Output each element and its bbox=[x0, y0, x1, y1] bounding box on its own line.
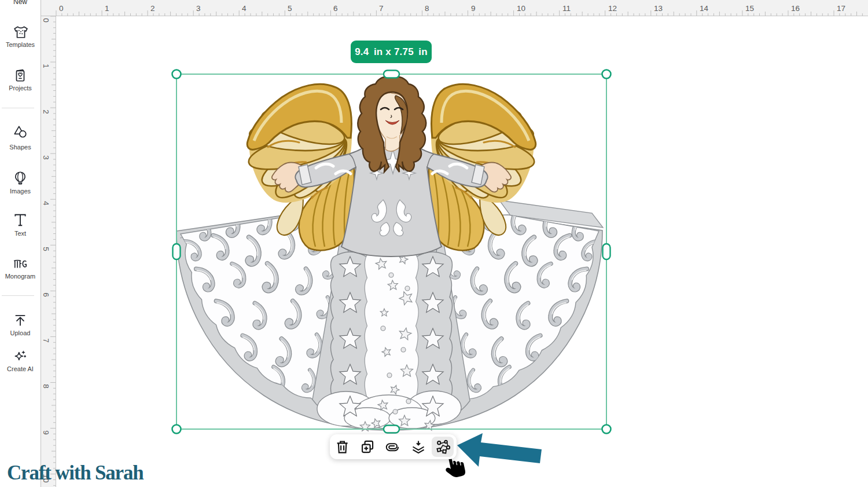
svg-text:8: 8 bbox=[42, 384, 50, 389]
svg-text:14: 14 bbox=[700, 4, 709, 13]
svg-text:0: 0 bbox=[59, 4, 64, 13]
svg-text:6: 6 bbox=[42, 292, 50, 297]
svg-text:6: 6 bbox=[333, 4, 338, 13]
svg-text:5: 5 bbox=[42, 247, 50, 251]
svg-text:7: 7 bbox=[379, 4, 384, 13]
svg-text:11: 11 bbox=[562, 4, 571, 13]
svg-text:9: 9 bbox=[471, 4, 476, 13]
svg-text:5: 5 bbox=[288, 4, 292, 13]
svg-text:8: 8 bbox=[425, 4, 429, 13]
svg-text:15: 15 bbox=[745, 4, 754, 13]
svg-text:9: 9 bbox=[42, 430, 50, 435]
svg-text:17: 17 bbox=[837, 4, 845, 13]
svg-text:0: 0 bbox=[42, 18, 50, 23]
svg-text:12: 12 bbox=[608, 4, 617, 13]
svg-text:2: 2 bbox=[150, 4, 155, 13]
svg-text:3: 3 bbox=[42, 155, 50, 160]
svg-text:1: 1 bbox=[42, 64, 50, 68]
svg-text:10: 10 bbox=[517, 4, 525, 13]
svg-text:13: 13 bbox=[654, 4, 663, 13]
svg-text:4: 4 bbox=[242, 4, 247, 13]
svg-text:16: 16 bbox=[791, 4, 800, 13]
svg-text:1: 1 bbox=[105, 4, 109, 13]
svg-text:2: 2 bbox=[42, 109, 50, 114]
svg-text:4: 4 bbox=[42, 201, 50, 206]
svg-text:3: 3 bbox=[196, 4, 201, 13]
svg-text:7: 7 bbox=[42, 338, 50, 343]
